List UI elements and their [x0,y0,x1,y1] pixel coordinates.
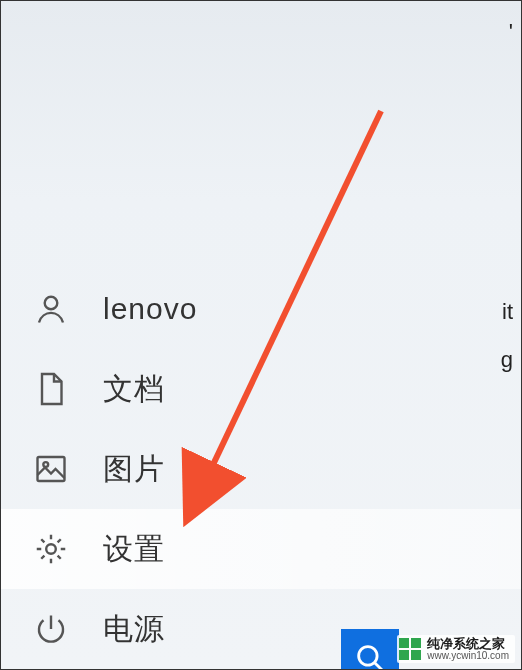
power-icon [27,605,75,653]
menu-item-documents[interactable]: 文档 [1,349,521,429]
start-menu-list: lenovo 文档 图片 设置 电源 [1,269,521,669]
gear-icon [27,525,75,573]
cropped-text-g: g [501,347,513,373]
svg-point-0 [45,297,58,310]
svg-line-6 [375,663,383,670]
cropped-text-it: it [502,299,513,325]
svg-point-5 [359,647,377,665]
menu-item-settings[interactable]: 设置 [1,509,521,589]
watermark-title: 纯净系统之家 [427,637,509,651]
user-icon [27,285,75,333]
svg-point-3 [46,544,56,554]
watermark: 纯净系统之家 www.ycwin10.com [397,635,515,663]
taskbar-search-tile[interactable] [341,629,399,670]
menu-item-settings-label: 设置 [103,529,165,570]
menu-item-power-label: 电源 [103,609,165,650]
search-icon [353,641,387,670]
watermark-logo-icon [399,638,421,660]
cropped-text-top: ' [509,19,513,45]
menu-item-user-label: lenovo [103,292,197,326]
start-menu-panel: lenovo 文档 图片 设置 电源 [1,1,521,669]
menu-item-pictures[interactable]: 图片 [1,429,521,509]
menu-item-documents-label: 文档 [103,369,165,410]
menu-item-pictures-label: 图片 [103,449,165,490]
svg-rect-1 [38,457,65,481]
svg-point-2 [43,462,48,467]
document-icon [27,365,75,413]
menu-item-user[interactable]: lenovo [1,269,521,349]
picture-icon [27,445,75,493]
watermark-url: www.ycwin10.com [427,651,509,662]
